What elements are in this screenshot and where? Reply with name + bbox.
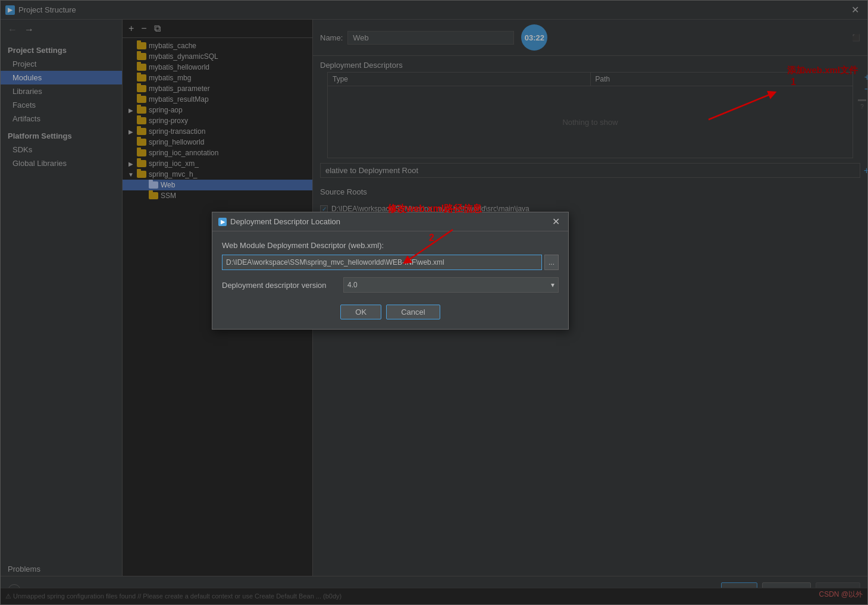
- deployment-descriptor-location-dialog: ▶ Deployment Descriptor Location ✕ Web M…: [212, 212, 569, 330]
- modal-title-text: Deployment Descriptor Location: [230, 217, 340, 226]
- version-value: 4.0: [347, 281, 358, 289]
- modal-overlay: ▶ Deployment Descriptor Location ✕ Web M…: [1, 1, 867, 604]
- modal-cancel-button[interactable]: Cancel: [386, 305, 440, 319]
- modal-icon: ▶: [218, 218, 227, 226]
- version-label: Deployment descriptor version: [222, 281, 341, 290]
- modal-input-row: ...: [222, 255, 559, 270]
- annotation-text-2: 修改web.xml路径信息: [387, 203, 482, 215]
- modal-dropdown-row: Deployment descriptor version 4.0 ▾: [222, 277, 559, 293]
- modal-title-left: ▶ Deployment Descriptor Location: [218, 217, 340, 226]
- modal-ok-button[interactable]: OK: [340, 305, 381, 319]
- path-input[interactable]: [222, 255, 542, 270]
- main-window: ▶ Project Structure ✕ ← → Project Settin…: [0, 0, 868, 605]
- dropdown-arrow-icon: ▾: [551, 281, 554, 289]
- modal-body: Web Module Deployment Descriptor (web.xm…: [212, 231, 568, 329]
- annotation-number-2: 2: [429, 233, 434, 243]
- version-dropdown[interactable]: 4.0 ▾: [343, 277, 559, 293]
- browse-button[interactable]: ...: [544, 255, 559, 270]
- modal-buttons: OK Cancel: [222, 302, 559, 319]
- modal-field-label: Web Module Deployment Descriptor (web.xm…: [222, 241, 559, 250]
- modal-close-button[interactable]: ✕: [550, 216, 562, 227]
